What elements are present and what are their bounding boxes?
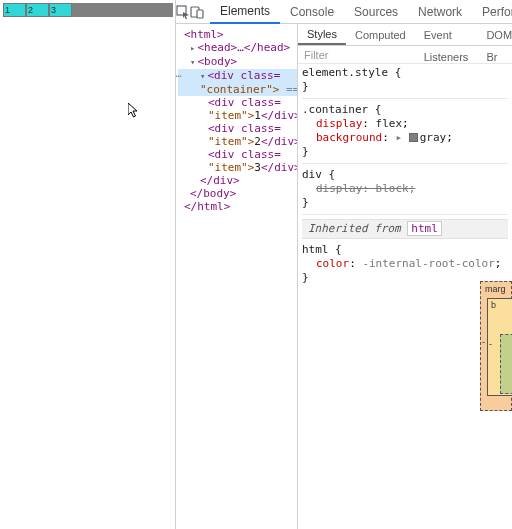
styles-subtabs: Styles Computed Event Listeners DOM Br [298, 24, 512, 46]
dom-node[interactable]: <body> [197, 55, 237, 68]
styles-pane: Styles Computed Event Listeners DOM Br F… [298, 24, 512, 529]
dom-node[interactable]: </body> [190, 187, 236, 200]
rule-div[interactable]: div { display: block; } [302, 168, 508, 215]
tab-performance[interactable]: Performance [472, 0, 512, 24]
subtab-styles[interactable]: Styles [298, 24, 346, 45]
flex-item: 1 [3, 3, 26, 17]
flex-item: 2 [26, 3, 49, 17]
devtools-toolbar: Elements Console Sources Network Perform… [176, 0, 512, 24]
dom-node[interactable]: <div class= [208, 96, 281, 109]
dom-node-selected[interactable]: "container"> == $0 [178, 83, 297, 96]
dom-node[interactable]: <div class= [208, 122, 281, 135]
style-rules: element.style { } .container { display: … [298, 64, 512, 299]
devtools-tabs: Elements Console Sources Network Perform… [210, 0, 512, 24]
dom-node[interactable]: <head>…</head> [197, 41, 290, 54]
box-model-margin-label: marg [485, 284, 506, 294]
color-swatch-icon[interactable] [409, 133, 418, 142]
devtools-panel: Elements Console Sources Network Perform… [175, 0, 512, 529]
box-model-diagram[interactable]: marg - b - [480, 281, 512, 411]
tab-elements[interactable]: Elements [210, 0, 280, 24]
styles-filter-input[interactable]: Filter [298, 46, 512, 64]
dom-node[interactable]: <div class= [208, 148, 281, 161]
dom-tree[interactable]: <html> <head>…</head> <body> ⋯ <div clas… [176, 24, 298, 529]
rendered-page: 1 2 3 [0, 0, 175, 529]
rule-html[interactable]: html { color: -internal-root-color; } [302, 243, 508, 289]
rule-element-style[interactable]: element.style { } [302, 66, 508, 99]
svg-rect-2 [197, 10, 203, 18]
overridden-property: display: block; [302, 182, 508, 196]
tab-network[interactable]: Network [408, 0, 472, 24]
tab-console[interactable]: Console [280, 0, 344, 24]
flex-item: 3 [49, 3, 72, 17]
mouse-cursor-icon [128, 103, 140, 119]
flex-container: 1 2 3 [3, 3, 173, 17]
dom-node[interactable]: </div> [200, 174, 240, 187]
dom-node[interactable]: </html> [184, 200, 230, 213]
inherited-from-bar: Inherited from html [302, 219, 508, 239]
rule-container[interactable]: .container { display: flex; background: … [302, 103, 508, 164]
subtab-computed[interactable]: Computed [346, 24, 415, 45]
subtab-event-listeners[interactable]: Event Listeners [415, 24, 478, 45]
device-toggle-icon[interactable] [190, 1, 204, 23]
dom-node[interactable]: <html> [184, 28, 224, 41]
box-model-border-label: b [491, 300, 496, 310]
dom-node-selected[interactable]: ⋯ <div class= [178, 69, 297, 83]
inspect-element-icon[interactable] [176, 1, 190, 23]
tab-sources[interactable]: Sources [344, 0, 408, 24]
subtab-dom-breakpoints[interactable]: DOM Br [477, 24, 512, 45]
